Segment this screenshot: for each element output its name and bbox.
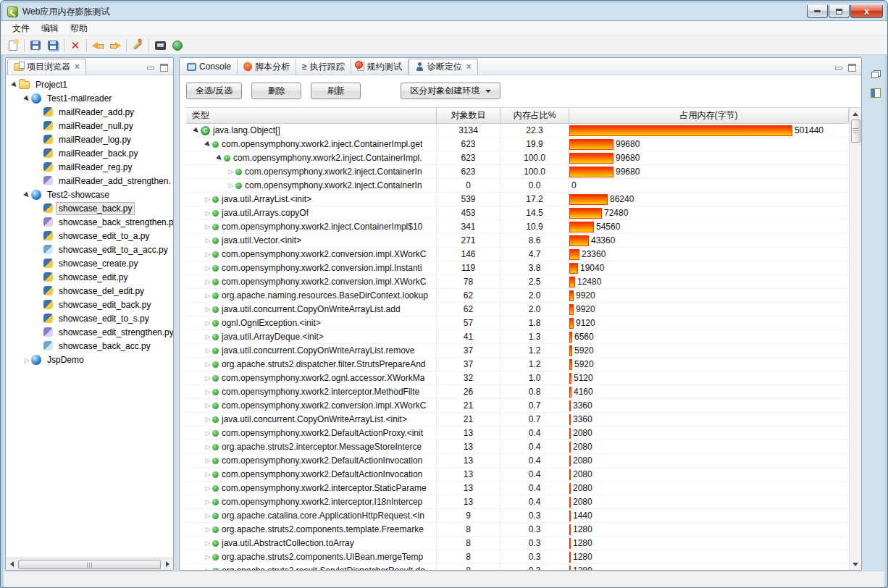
tree-item[interactable]: showcase_edit_to_a_acc.py: [6, 243, 173, 256]
close-tab-icon[interactable]: ×: [75, 62, 80, 72]
table-row[interactable]: ognl.OgnlException.<init>571.89120: [186, 316, 849, 330]
expand-arrow-icon[interactable]: [204, 195, 212, 203]
expand-arrow-icon[interactable]: [204, 360, 212, 369]
restore-panes-icon[interactable]: [871, 70, 881, 78]
expand-arrow-icon[interactable]: [204, 319, 212, 327]
column-header[interactable]: 对象数目: [437, 108, 500, 123]
tree-item[interactable]: showcase_edit_strengthen.py: [6, 325, 173, 339]
table-row[interactable]: java.lang.Object[]313422.3501440: [186, 124, 849, 138]
tab-script-analysis[interactable]: 脚本分析: [238, 59, 296, 75]
expand-arrow-icon[interactable]: [204, 236, 212, 245]
tree-item[interactable]: showcase_del_edit.py: [6, 284, 173, 298]
debug-button[interactable]: [129, 38, 146, 54]
table-row[interactable]: java.util.concurrent.CopyOnWriteArrayLis…: [186, 344, 849, 358]
table-row[interactable]: org.apache.struts2.result.ServletDispatc…: [186, 564, 849, 570]
table-row[interactable]: com.opensymphony.xwork2.ognl.accessor.XW…: [186, 371, 849, 385]
close-window-button[interactable]: x: [850, 5, 883, 18]
tree-item[interactable]: showcase_edit_back.py: [6, 298, 173, 311]
select-all-button[interactable]: 全选/反选: [186, 83, 242, 99]
menu-item-edit[interactable]: 编辑: [35, 21, 64, 36]
refresh-button[interactable]: 刷新: [311, 83, 361, 99]
column-header[interactable]: 内存占比%: [500, 108, 569, 123]
forward-button[interactable]: [106, 38, 124, 54]
expand-arrow-icon[interactable]: [204, 456, 212, 465]
expand-arrow-icon[interactable]: [227, 181, 235, 190]
table-row[interactable]: java.util.concurrent.CopyOnWriteArrayLis…: [186, 413, 849, 427]
tree-item[interactable]: showcase_back_strengthen.p: [6, 215, 173, 229]
expand-arrow-icon[interactable]: [204, 291, 212, 300]
expand-arrow-icon[interactable]: [227, 167, 235, 176]
tree-item[interactable]: showcase_edit.py: [6, 270, 173, 284]
table-row[interactable]: org.apache.struts2.interceptor.MessageSt…: [186, 440, 849, 454]
expand-arrow-icon[interactable]: [204, 209, 212, 217]
table-row[interactable]: com.opensymphony.xwork2.interceptor.Meth…: [186, 385, 849, 399]
minimize-view-icon[interactable]: [835, 67, 842, 70]
table-row[interactable]: org.apache.struts2.dispatcher.filter.Str…: [186, 358, 849, 371]
column-header[interactable]: 类型: [186, 108, 437, 123]
record-button[interactable]: [169, 38, 186, 54]
expand-arrow-icon[interactable]: [204, 401, 212, 410]
table-row[interactable]: com.opensymphony.xwork2.interceptor.Stat…: [186, 482, 849, 495]
table-row[interactable]: java.util.ArrayList.<init>53917.286240: [186, 193, 849, 206]
expand-arrow-icon[interactable]: [204, 429, 212, 437]
distinguish-creation-context-dropdown[interactable]: 区分对象创建环境: [401, 83, 500, 99]
table-row[interactable]: java.util.ArrayDeque.<init>411.36560: [186, 330, 849, 344]
save-all-button[interactable]: [44, 38, 62, 54]
tree-item[interactable]: Project1: [6, 77, 173, 91]
expand-arrow-icon[interactable]: [204, 566, 212, 570]
tree-item[interactable]: showcase_edit_to_s.py: [6, 311, 173, 325]
expand-arrow-icon[interactable]: [204, 277, 212, 286]
menu-item-help[interactable]: 帮助: [64, 21, 93, 36]
table-vertical-scrollbar[interactable]: [849, 108, 861, 570]
maximize-view-icon[interactable]: [848, 64, 856, 72]
expand-arrow-icon[interactable]: [204, 470, 212, 479]
scrollbar-thumb[interactable]: [851, 119, 860, 143]
layout-column-icon[interactable]: [871, 88, 881, 98]
expand-arrow-icon[interactable]: [204, 264, 212, 272]
table-row[interactable]: com.opensymphony.xwork2.inject.Container…: [186, 179, 849, 193]
scroll-right-arrow-icon[interactable]: [162, 559, 173, 570]
tab-trace[interactable]: 执行跟踪: [296, 59, 351, 75]
delete-button[interactable]: 删除: [251, 83, 301, 99]
table-row[interactable]: com.opensymphony.xwork2.interceptor.I18n…: [186, 495, 849, 509]
table-row[interactable]: com.opensymphony.xwork2.conversion.impl.…: [186, 248, 849, 261]
table-row[interactable]: com.opensymphony.xwork2.DefaultActionInv…: [186, 468, 849, 482]
tree-item[interactable]: showcase_back_acc.py: [6, 339, 173, 353]
collapse-arrow-icon[interactable]: [192, 126, 201, 135]
expand-arrow-icon[interactable]: [204, 484, 212, 492]
tree-item[interactable]: Test2-showcase: [6, 188, 173, 201]
tab-project-explorer[interactable]: 项目浏览器 ×: [7, 59, 86, 75]
new-button[interactable]: [4, 38, 22, 54]
table-row[interactable]: org.apache.catalina.core.ApplicationHttp…: [186, 509, 849, 523]
table-row[interactable]: java.util.AbstractCollection.toArray80.3…: [186, 537, 849, 550]
table-row[interactable]: com.opensymphony.xwork2.inject.Container…: [186, 138, 849, 151]
expand-arrow-icon[interactable]: [204, 539, 212, 547]
column-header[interactable]: 占用内存(字节): [569, 108, 849, 123]
expand-arrow-icon[interactable]: [204, 553, 212, 561]
table-row[interactable]: org.apache.struts2.components.UIBean.mer…: [186, 550, 849, 564]
collapse-arrow-icon[interactable]: [22, 190, 31, 199]
collapse-arrow-icon[interactable]: [204, 140, 212, 148]
table-row[interactable]: com.opensymphony.xwork2.conversion.impl.…: [186, 399, 849, 413]
table-row[interactable]: com.opensymphony.xwork2.inject.Container…: [186, 151, 849, 165]
maximize-window-button[interactable]: [829, 5, 850, 18]
table-row[interactable]: com.opensymphony.xwork2.DefaultActionInv…: [186, 454, 849, 468]
tree-item[interactable]: mailReader_reg.py: [6, 160, 173, 174]
tab-console[interactable]: Console: [181, 59, 238, 75]
tree-item[interactable]: mailReader_add_strengthen.: [6, 174, 173, 188]
collapse-arrow-icon[interactable]: [22, 94, 31, 103]
maximize-view-icon[interactable]: [160, 64, 168, 72]
table-row[interactable]: java.util.Arrays.copyOf45314.572480: [186, 206, 849, 220]
scroll-up-arrow-icon[interactable]: [850, 108, 861, 119]
scroll-down-arrow-icon[interactable]: [850, 558, 861, 570]
save-button[interactable]: [27, 38, 44, 54]
tree-item[interactable]: Test1-mailreader: [6, 91, 173, 105]
scroll-left-arrow-icon[interactable]: [6, 559, 17, 570]
table-row[interactable]: org.apache.naming.resources.BaseDirConte…: [186, 289, 849, 303]
expand-arrow-icon[interactable]: [204, 305, 212, 314]
back-button[interactable]: [89, 38, 106, 54]
tab-spec-test[interactable]: 规约测试: [351, 59, 409, 75]
table-row[interactable]: com.opensymphony.xwork2.conversion.impl.…: [186, 261, 849, 275]
menu-item-file[interactable]: 文件: [7, 21, 35, 36]
tree-item[interactable]: showcase_create.py: [6, 256, 173, 270]
